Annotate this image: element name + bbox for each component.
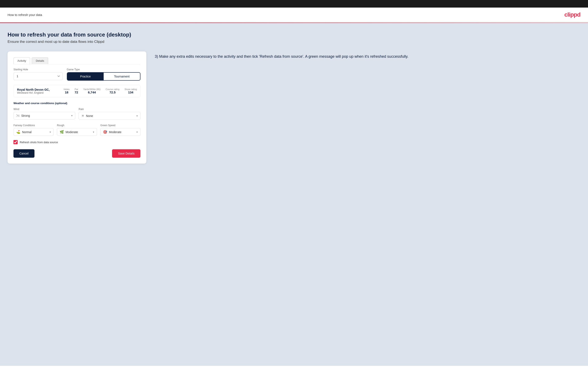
- top-bar: [0, 0, 588, 8]
- starting-hole-select[interactable]: 1 10: [13, 72, 63, 80]
- content-area: Activity Details Starting Hole 1 10 Game…: [8, 51, 580, 164]
- fairway-label: Fairway Conditions: [13, 124, 54, 127]
- course-rating-stat: Course rating 72.5: [105, 88, 119, 94]
- fairway-select-wrapper[interactable]: ⛳ Normal ▾: [13, 128, 54, 136]
- wind-select-wrapper[interactable]: 🌬 Strong ▾: [13, 112, 75, 119]
- game-type-label: Game Type: [67, 68, 140, 71]
- save-button[interactable]: Save Details: [112, 149, 140, 158]
- rain-value: None: [86, 114, 137, 117]
- rough-chevron-icon: ▾: [93, 131, 94, 133]
- header: How to refresh your data clippd: [0, 8, 588, 23]
- rain-select-wrapper[interactable]: ☀ None ▾: [79, 112, 140, 120]
- slope-rating-label: Slope rating: [124, 88, 137, 91]
- page-heading: How to refresh your data from source (de…: [8, 32, 580, 38]
- weather-section-label: Weather and course conditions (optional): [13, 102, 140, 105]
- rain-icon: ☀: [81, 114, 84, 118]
- logo: clippd: [564, 11, 580, 18]
- main-content: How to refresh your data from source (de…: [0, 23, 588, 366]
- course-location: Westward Ho!, England: [17, 91, 60, 94]
- wind-label: Wind: [13, 108, 75, 111]
- rain-chevron-icon: ▾: [137, 114, 138, 117]
- fairway-icon: ⛳: [16, 130, 20, 134]
- page-subheading: Ensure the correct and most up to date d…: [8, 40, 580, 44]
- practice-button[interactable]: Practice: [67, 73, 104, 80]
- course-rating-value: 72.5: [110, 91, 116, 94]
- starting-game-row: Starting Hole 1 10 Game Type Practice To…: [13, 68, 140, 81]
- rough-select-wrapper[interactable]: 🌿 Moderate ▾: [57, 128, 97, 136]
- wind-icon: 🌬: [16, 114, 19, 117]
- rough-icon: 🌿: [60, 130, 64, 134]
- refresh-checkbox[interactable]: [13, 140, 18, 144]
- rough-label: Rough: [57, 124, 97, 127]
- starting-hole-group: Starting Hole 1 10: [13, 68, 63, 81]
- rain-group: Rain ☀ None ▾: [79, 108, 140, 120]
- side-description: 3) Make any extra edits necessary to the…: [155, 54, 580, 60]
- course-rating-label: Course rating: [105, 88, 119, 91]
- tournament-button[interactable]: Tournament: [104, 73, 140, 80]
- cancel-button[interactable]: Cancel: [13, 149, 35, 158]
- holes-value: 18: [65, 91, 68, 94]
- tab-activity[interactable]: Activity: [13, 57, 30, 64]
- wind-group: Wind 🌬 Strong ▾: [13, 108, 75, 120]
- course-info: Royal North Devon GC, Westward Ho!, Engl…: [17, 88, 60, 94]
- par-stat: Par 72: [75, 88, 78, 94]
- green-speed-value: Moderate: [109, 130, 137, 134]
- green-speed-select-wrapper[interactable]: 🎯 Moderate ▾: [100, 128, 140, 136]
- form-actions: Cancel Save Details: [13, 149, 140, 158]
- header-title: How to refresh your data: [8, 13, 42, 17]
- rain-label: Rain: [79, 108, 140, 111]
- yards-label: Yards/White (M)): [83, 88, 101, 91]
- green-speed-chevron-icon: ▾: [137, 131, 138, 133]
- course-stats: Holes 18 Par 72 Yards/White (M)) 6,744 C…: [64, 88, 137, 94]
- refresh-label[interactable]: Refresh shots from data source: [20, 141, 58, 144]
- side-text: 3) Make any extra edits necessary to the…: [155, 51, 580, 60]
- slope-rating-value: 134: [128, 91, 133, 94]
- wind-rain-row: Wind 🌬 Strong ▾ Rain ☀ None ▾: [13, 108, 140, 120]
- footer: Copyright Clippd 2022: [0, 366, 588, 367]
- conditions-row-2: Fairway Conditions ⛳ Normal ▾ Rough 🌿 Mo…: [13, 124, 140, 136]
- green-speed-group: Green Speed 🎯 Moderate ▾: [100, 124, 140, 136]
- slope-rating-stat: Slope rating 134: [124, 88, 137, 94]
- yards-stat: Yards/White (M)) 6,744: [83, 88, 101, 94]
- holes-stat: Holes 18: [64, 88, 69, 94]
- par-label: Par: [75, 88, 78, 91]
- fairway-chevron-icon: ▾: [50, 131, 51, 133]
- green-speed-icon: 🎯: [103, 130, 107, 134]
- form-card: Activity Details Starting Hole 1 10 Game…: [8, 51, 146, 164]
- fairway-group: Fairway Conditions ⛳ Normal ▾: [13, 124, 54, 136]
- card-top-row: Activity Details: [13, 57, 140, 64]
- wind-chevron-icon: ▾: [71, 114, 72, 117]
- tab-details[interactable]: Details: [32, 57, 48, 64]
- yards-value: 6,744: [88, 91, 96, 94]
- green-speed-label: Green Speed: [100, 124, 140, 127]
- fairway-value: Normal: [22, 130, 50, 134]
- rough-group: Rough 🌿 Moderate ▾: [57, 124, 97, 136]
- course-row: Royal North Devon GC, Westward Ho!, Engl…: [13, 85, 140, 97]
- game-type-group: Game Type Practice Tournament: [67, 68, 140, 81]
- rough-value: Moderate: [66, 130, 93, 134]
- par-value: 72: [75, 91, 78, 94]
- checkbox-row: Refresh shots from data source: [13, 140, 140, 144]
- starting-hole-label: Starting Hole: [13, 68, 63, 71]
- game-type-buttons: Practice Tournament: [67, 72, 140, 81]
- course-name: Royal North Devon GC,: [17, 88, 60, 91]
- holes-label: Holes: [64, 88, 69, 91]
- wind-value: Strong: [21, 114, 71, 117]
